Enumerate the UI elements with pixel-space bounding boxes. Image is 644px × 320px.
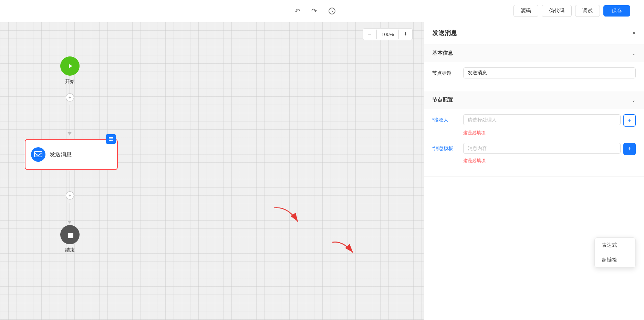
send-message-label: 发送消息 bbox=[50, 151, 72, 158]
end-node-circle[interactable] bbox=[60, 225, 80, 244]
add-btn-2[interactable]: + bbox=[66, 191, 74, 200]
save-button[interactable]: 保存 bbox=[603, 5, 630, 17]
toolbar-center: ↶ ↷ bbox=[292, 5, 338, 17]
connector-seg2 bbox=[70, 105, 70, 136]
arrow-2 bbox=[67, 221, 72, 224]
recipient-add-button[interactable]: + bbox=[623, 114, 636, 127]
node-config-header[interactable]: 节点配置 ⌄ bbox=[424, 91, 644, 109]
message-required-msg-container: 这是必填项 bbox=[432, 157, 636, 164]
dropdown-item-expression[interactable]: 表达式 bbox=[595, 238, 635, 253]
pseudo-code-button[interactable]: 伪代码 bbox=[542, 5, 572, 17]
panel-title: 发送消息 bbox=[432, 29, 457, 37]
recipient-label: *接收人 bbox=[432, 114, 463, 123]
message-template-field-group: + bbox=[463, 143, 636, 155]
recipient-field-group: + bbox=[463, 114, 636, 127]
right-panel: 发送消息 × 基本信息 ⌄ 节点标题 节点配置 ⌄ bbox=[424, 22, 644, 320]
connector-seg4 bbox=[70, 203, 70, 224]
recipient-required-msg: 这是必填项 bbox=[463, 130, 486, 135]
redo-button[interactable]: ↷ bbox=[309, 5, 319, 17]
toolbar: ↶ ↷ 源码 伪代码 调试 保存 bbox=[0, 0, 644, 22]
panel-header: 发送消息 × bbox=[424, 22, 644, 44]
flow-nodes: 开始 + bbox=[0, 22, 424, 320]
basic-info-body: 节点标题 bbox=[424, 62, 644, 91]
end-node-label: 结束 bbox=[65, 247, 75, 253]
dropdown-menu: 表达式 超链接 bbox=[594, 237, 636, 268]
dropdown-item-hyperlink[interactable]: 超链接 bbox=[595, 253, 635, 267]
node-config-title: 节点配置 bbox=[432, 97, 453, 103]
add-btn-1[interactable]: + bbox=[66, 93, 74, 102]
node-title-input[interactable] bbox=[463, 67, 636, 78]
svg-rect-7 bbox=[111, 137, 112, 138]
svg-marker-1 bbox=[69, 64, 72, 68]
recipient-required-msg-container: 这是必填项 bbox=[432, 129, 636, 136]
node-config-body: *接收人 + 这是必填项 *消息模板 + bbox=[424, 109, 644, 176]
send-message-node[interactable]: 发送消息 bbox=[25, 139, 118, 170]
basic-info-title: 基本信息 bbox=[432, 50, 453, 56]
history-button[interactable] bbox=[326, 5, 338, 17]
source-code-button[interactable]: 源码 bbox=[513, 5, 538, 17]
recipient-row: *接收人 + bbox=[432, 114, 636, 127]
basic-info-header[interactable]: 基本信息 ⌄ bbox=[424, 44, 644, 62]
basic-info-section: 基本信息 ⌄ 节点标题 bbox=[424, 44, 644, 91]
svg-rect-5 bbox=[109, 140, 113, 141]
arrow-1 bbox=[67, 132, 72, 135]
main-area: − 100% + 开始 + bbox=[0, 22, 644, 320]
node-delete-button[interactable] bbox=[106, 134, 116, 144]
end-node[interactable]: 结束 bbox=[60, 225, 80, 253]
node-title-row: 节点标题 bbox=[432, 67, 636, 78]
svg-rect-2 bbox=[109, 139, 113, 139]
message-template-label: *消息模板 bbox=[432, 143, 463, 152]
svg-rect-9 bbox=[34, 151, 42, 157]
node-title-label: 节点标题 bbox=[432, 67, 463, 76]
toolbar-right: 源码 伪代码 调试 保存 bbox=[343, 5, 644, 17]
svg-rect-8 bbox=[109, 138, 113, 139]
message-template-row: *消息模板 + bbox=[432, 143, 636, 155]
send-message-icon bbox=[31, 147, 45, 162]
panel-close-button[interactable]: × bbox=[632, 30, 636, 37]
message-template-add-button[interactable]: + bbox=[623, 143, 636, 155]
undo-button[interactable]: ↶ bbox=[292, 5, 302, 17]
recipient-input[interactable] bbox=[463, 114, 621, 125]
message-required-msg: 这是必填项 bbox=[463, 158, 486, 163]
svg-rect-12 bbox=[68, 233, 73, 238]
start-node-circle[interactable] bbox=[60, 56, 80, 76]
debug-button[interactable]: 调试 bbox=[575, 5, 600, 17]
canvas-area[interactable]: − 100% + 开始 + bbox=[0, 22, 424, 320]
basic-info-chevron: ⌄ bbox=[632, 51, 636, 56]
node-config-section: 节点配置 ⌄ *接收人 + 这是必填项 *消息模板 bbox=[424, 91, 644, 177]
node-config-chevron: ⌄ bbox=[632, 97, 636, 103]
send-message-box[interactable]: 发送消息 bbox=[25, 139, 118, 170]
message-template-input[interactable] bbox=[463, 143, 621, 154]
